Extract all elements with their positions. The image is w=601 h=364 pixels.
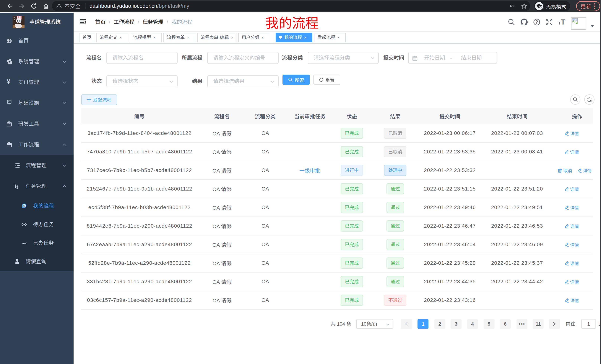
- svg-text:?: ?: [535, 20, 538, 25]
